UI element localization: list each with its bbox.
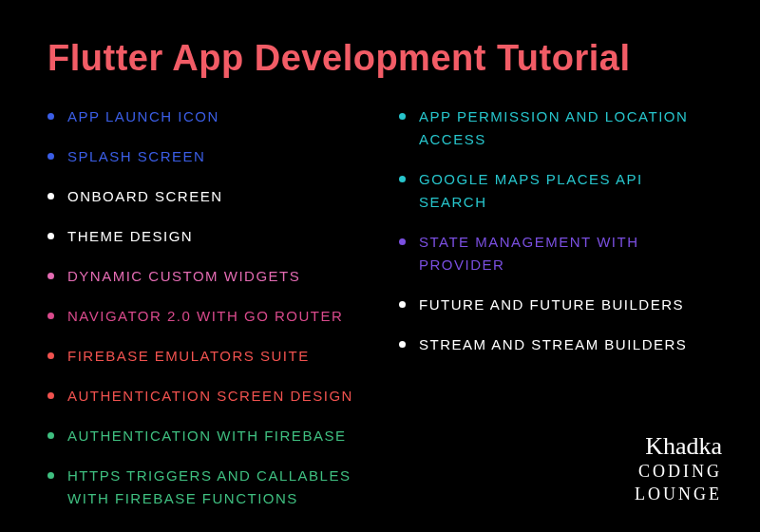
topic-item: Theme Design [48,225,361,248]
topic-label: Authentication with Firebase [67,425,346,447]
topic-label: Dynamic Custom Widgets [67,265,300,288]
brand-script: Khadka [635,434,722,459]
topic-label: Google Maps Places API Search [419,168,712,214]
topic-label: State Management with Provider [419,231,712,276]
topic-list-left: App Launch IconSplash ScreenOnBoard Scre… [48,105,361,527]
topic-label: App Launch Icon [67,105,219,128]
topic-label: Theme Design [67,225,193,248]
bullet-icon [48,392,54,399]
bullet-icon [48,352,54,359]
bullet-icon [48,193,54,200]
topic-item: Authentication Screen Design [48,385,361,408]
columns: App Launch IconSplash ScreenOnBoard Scre… [48,105,712,527]
brand-footer: Khadka CODING LOUNGE [635,434,722,505]
bullet-icon [48,273,54,279]
brand-line1: CODING [635,461,722,483]
topic-item: Google Maps Places API Search [399,168,712,214]
bullet-icon [399,113,406,120]
bullet-icon [48,472,54,479]
topic-item: HTTPS Triggers and Callables with Fireba… [48,465,361,510]
bullet-icon [399,341,406,348]
topic-label: OnBoard Screen [67,185,223,208]
topic-label: Future and Future Builders [419,294,684,316]
topic-label: Navigator 2.0 with Go Router [67,305,343,328]
bullet-icon [399,176,406,182]
bullet-icon [48,432,54,439]
bullet-icon [399,301,406,308]
bullet-icon [48,113,54,120]
brand-line2: LOUNGE [635,484,722,505]
topic-label: HTTPS Triggers and Callables with Fireba… [67,465,361,510]
topic-item: Firebase Emulators Suite [48,345,361,368]
topic-label: Firebase Emulators Suite [67,345,310,368]
topic-item: OnBoard Screen [48,185,361,208]
bullet-icon [48,153,54,160]
bullet-icon [48,233,54,239]
topic-label: Stream and Stream Builders [419,333,687,356]
slide-title: Flutter App Development Tutorial [48,38,712,79]
slide: Flutter App Development Tutorial App Lau… [0,0,760,532]
topic-item: Dynamic Custom Widgets [48,265,361,288]
topic-label: App Permission and Location access [419,105,712,151]
topic-item: App Permission and Location access [399,105,712,151]
topic-item: Navigator 2.0 with Go Router [48,305,361,328]
topic-label: Authentication Screen Design [67,385,353,408]
topic-item: Authentication with Firebase [48,425,361,447]
topic-item: State Management with Provider [399,231,712,276]
topic-label: Splash Screen [67,145,205,168]
topic-item: App Launch Icon [48,105,361,128]
topic-item: Future and Future Builders [399,294,712,316]
bullet-icon [48,313,54,319]
topic-item: Stream and Stream Builders [399,333,712,356]
topic-item: Splash Screen [48,145,361,168]
bullet-icon [399,238,406,245]
